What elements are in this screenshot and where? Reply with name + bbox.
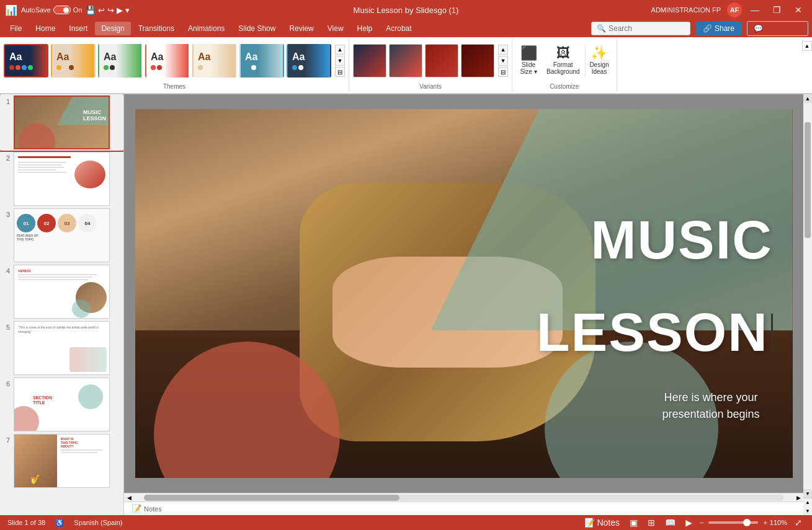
slide-show-btn[interactable]: ▶ (683, 516, 695, 529)
variants-scroll-down[interactable]: ▼ (498, 56, 508, 66)
slide-thumb-6[interactable]: SECTIONTITLE (14, 378, 110, 431)
slide-thumb-5[interactable]: "This is some of the kind of subtitle th… (14, 321, 110, 375)
slide-item-7[interactable]: 7 🎷 WHAT ISTHIS TOPICABOUT? (0, 433, 123, 489)
fit-slide-btn[interactable]: ⤢ (792, 516, 805, 529)
theme-3[interactable]: Aa (98, 44, 143, 77)
menu-view[interactable]: View (321, 22, 350, 35)
slide-thumb-1[interactable]: MUSICLESSON (14, 95, 110, 149)
vscroll-down-btn[interactable]: ▼ (803, 489, 812, 498)
format-background-button[interactable]: 🖼 FormatBackground (543, 44, 583, 77)
hscroll-right-btn[interactable]: ▶ (793, 493, 803, 502)
hscroll-thumb[interactable] (144, 495, 399, 501)
slide-thumb-2[interactable] (14, 152, 110, 206)
prev-slide-btn[interactable]: ▲ (803, 498, 812, 506)
slide-title-music[interactable]: MUSIC (591, 213, 773, 267)
minimize-button[interactable]: — (746, 4, 764, 16)
search-input[interactable] (609, 24, 683, 33)
autosave-toggle[interactable]: AutoSave On (21, 6, 82, 14)
slide-item-1[interactable]: 1 MUSICLESSON (0, 94, 123, 151)
design-ideas-button[interactable]: ✨ DesignIdeas (585, 44, 612, 77)
slide-item-4[interactable]: 4 VENUS (0, 263, 123, 320)
slide-canvas-container[interactable]: MUSIC LESSON Here is where yourpresentat… (124, 94, 803, 493)
menu-animations[interactable]: Animations (182, 22, 231, 35)
menu-file[interactable]: File (4, 22, 28, 35)
more-icon[interactable]: ▾ (125, 6, 130, 15)
redo-icon[interactable]: ↪ (107, 6, 114, 15)
status-bar-right: 📝 Notes ▣ ⊞ 📖 ▶ − + 110% ⤢ (582, 516, 805, 529)
zoom-thumb[interactable] (743, 519, 751, 526)
design-ideas-icon: ✨ (591, 46, 607, 60)
variants-scroll-more[interactable]: ⊟ (498, 67, 508, 77)
variants-scroll[interactable]: ▲ ▼ ⊟ (498, 45, 508, 77)
menu-design[interactable]: Design (95, 22, 130, 35)
slide-thumb-4[interactable]: VENUS (14, 265, 110, 319)
slide-subtitle[interactable]: Here is where yourpresentation begins (662, 389, 759, 423)
menu-help[interactable]: Help (351, 22, 379, 35)
close-button[interactable]: ✕ (790, 4, 807, 16)
vertical-scrollbar[interactable]: ▲ ▼ ▲ ▼ (803, 94, 812, 515)
zoom-slider[interactable] (708, 521, 758, 524)
reading-view-btn[interactable]: 📖 (663, 516, 678, 529)
notes-label[interactable]: Notes (144, 505, 162, 513)
notes-view-btn[interactable]: 📝 Notes (582, 516, 622, 529)
slide-thumb-3[interactable]: 01 02 03 04 FEATURES OFTHIS TOPIC (14, 208, 110, 262)
undo-icon[interactable]: ↩ (98, 6, 105, 15)
slide-item-2[interactable]: 2 (0, 151, 123, 207)
theme-1[interactable]: Aa (4, 44, 48, 77)
slide-size-button[interactable]: ⬛ SlideSize ▾ (516, 44, 541, 77)
vscroll-thumb[interactable] (805, 122, 811, 238)
slide-title-lesson[interactable]: LESSON (537, 301, 769, 364)
autosave-switch[interactable] (53, 6, 71, 14)
main-slide[interactable]: MUSIC LESSON Here is where yourpresentat… (135, 109, 793, 478)
vscroll-track[interactable] (803, 103, 812, 489)
slide-item-6[interactable]: 6 SECTIONTITLE (0, 376, 123, 433)
variant-2[interactable] (389, 44, 422, 77)
menu-insert[interactable]: Insert (63, 22, 94, 35)
theme-4[interactable]: Aa (145, 44, 190, 77)
menu-home[interactable]: Home (29, 22, 61, 35)
zoom-in-icon[interactable]: + (763, 519, 767, 526)
horizontal-scrollbar[interactable]: ◀ ▶ (124, 493, 803, 501)
theme-2[interactable]: Aa (51, 44, 96, 77)
variant-4[interactable] (461, 44, 494, 77)
hscroll-track[interactable] (144, 495, 783, 501)
theme-5[interactable]: Aa (192, 44, 237, 77)
present-icon[interactable]: ▶ (117, 6, 123, 15)
variant-3[interactable] (425, 44, 458, 77)
theme-6[interactable]: Aa (239, 44, 284, 77)
menu-review[interactable]: Review (283, 22, 319, 35)
notes-bar[interactable]: 📝 Notes (124, 501, 803, 515)
search-box[interactable]: 🔍 (591, 22, 690, 35)
theme-scroll[interactable]: ▲ ▼ ⊟ (335, 45, 345, 77)
next-slide-btn[interactable]: ▼ (803, 506, 812, 515)
save-icon[interactable]: 💾 (86, 6, 96, 15)
share-button[interactable]: 🔗 Share (695, 22, 742, 35)
slide-number-5: 5 (1, 324, 10, 331)
zoom-out-icon[interactable]: − (700, 519, 703, 526)
slide-item-3[interactable]: 3 01 02 03 04 FEATURES OFTHIS TOPIC (0, 207, 123, 263)
menu-transitions[interactable]: Transitions (132, 22, 181, 35)
maximize-button[interactable]: ❐ (768, 4, 786, 16)
theme-scroll-up[interactable]: ▲ (335, 45, 345, 55)
theme-scroll-down[interactable]: ▼ (335, 56, 345, 66)
slide-item-5[interactable]: 5 "This is some of the kind of subtitle … (0, 320, 123, 376)
format-bg-icon: 🖼 (556, 46, 570, 60)
accessibility-icon: ♿ (55, 519, 64, 527)
slide-sorter-btn[interactable]: ⊞ (645, 516, 658, 529)
theme-7[interactable]: Aa (287, 44, 331, 77)
vscroll-up-btn[interactable]: ▲ (803, 94, 812, 103)
slide-panel-inner[interactable]: 1 MUSICLESSON 2 (0, 94, 123, 515)
variant-1[interactable] (353, 44, 386, 77)
menu-slideshow[interactable]: Slide Show (232, 22, 282, 35)
user-name: ADMINISTRACION FP (651, 6, 721, 14)
normal-view-btn[interactable]: ▣ (627, 516, 640, 529)
comments-button[interactable]: 💬 Comments (747, 21, 808, 36)
hscroll-left-btn[interactable]: ◀ (124, 493, 134, 502)
zoom-level: 110% (770, 519, 787, 526)
menu-acrobat[interactable]: Acrobat (380, 22, 417, 35)
variants-scroll-up[interactable]: ▲ (498, 45, 508, 55)
search-icon: 🔍 (597, 24, 606, 33)
slide-thumb-7[interactable]: 🎷 WHAT ISTHIS TOPICABOUT? (14, 434, 110, 488)
theme-scroll-more[interactable]: ⊟ (335, 67, 345, 77)
ribbon-collapse-button[interactable]: ▲ (802, 41, 812, 51)
